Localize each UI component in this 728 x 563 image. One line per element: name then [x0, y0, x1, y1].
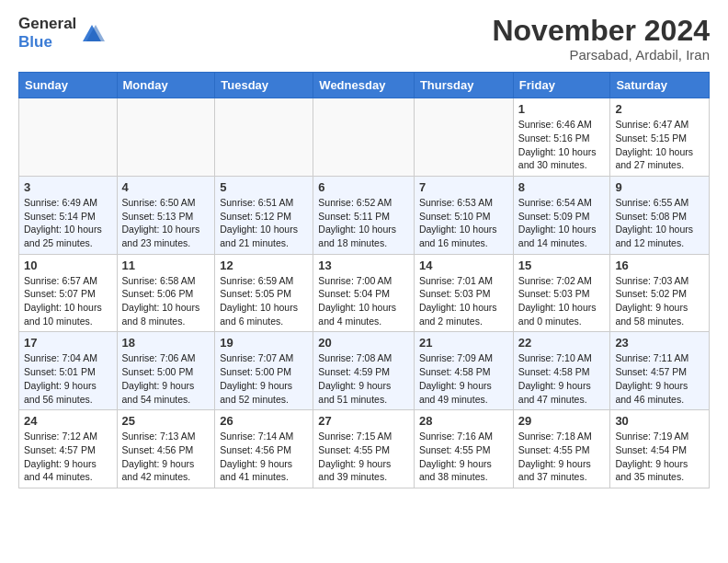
- day-info: Sunrise: 7:18 AM Sunset: 4:55 PM Dayligh…: [518, 430, 606, 484]
- day-info: Sunrise: 7:06 AM Sunset: 5:00 PM Dayligh…: [122, 351, 210, 406]
- day-info: Sunrise: 7:15 AM Sunset: 4:55 PM Dayligh…: [318, 430, 409, 484]
- weekday-header: Sunday: [19, 73, 118, 98]
- day-number: 18: [122, 336, 210, 350]
- calendar-day-cell: [215, 98, 313, 177]
- day-number: 21: [419, 336, 508, 350]
- calendar-day-cell: 7Sunrise: 6:53 AM Sunset: 5:10 PM Daylig…: [414, 176, 513, 254]
- calendar-day-cell: 20Sunrise: 7:08 AM Sunset: 4:59 PM Dayli…: [313, 332, 415, 410]
- calendar-table: SundayMondayTuesdayWednesdayThursdayFrid…: [18, 72, 710, 488]
- calendar-day-cell: 24Sunrise: 7:12 AM Sunset: 4:57 PM Dayli…: [19, 410, 118, 488]
- weekday-header: Tuesday: [215, 73, 313, 98]
- calendar-day-cell: 30Sunrise: 7:19 AM Sunset: 4:54 PM Dayli…: [610, 410, 710, 488]
- day-number: 9: [615, 180, 704, 194]
- day-info: Sunrise: 7:16 AM Sunset: 4:55 PM Dayligh…: [419, 430, 508, 484]
- calendar-day-cell: 11Sunrise: 6:58 AM Sunset: 5:06 PM Dayli…: [117, 254, 215, 332]
- day-number: 17: [24, 336, 112, 350]
- day-number: 12: [220, 259, 308, 272]
- day-number: 4: [122, 180, 210, 194]
- weekday-header: Saturday: [610, 73, 710, 98]
- logo-general: General: [18, 15, 76, 33]
- weekday-header: Monday: [117, 73, 215, 98]
- calendar-day-cell: [117, 98, 215, 177]
- day-number: 30: [615, 414, 704, 428]
- day-info: Sunrise: 6:53 AM Sunset: 5:10 PM Dayligh…: [419, 196, 508, 250]
- day-info: Sunrise: 7:11 AM Sunset: 4:57 PM Dayligh…: [615, 351, 704, 406]
- day-number: 5: [220, 180, 308, 194]
- calendar-day-cell: 8Sunrise: 6:54 AM Sunset: 5:09 PM Daylig…: [513, 176, 610, 254]
- calendar-day-cell: 17Sunrise: 7:04 AM Sunset: 5:01 PM Dayli…: [19, 332, 118, 410]
- day-info: Sunrise: 7:19 AM Sunset: 4:54 PM Dayligh…: [615, 430, 704, 484]
- logo: General Blue: [18, 15, 105, 51]
- calendar-day-cell: 2Sunrise: 6:47 AM Sunset: 5:15 PM Daylig…: [610, 98, 710, 177]
- day-info: Sunrise: 6:47 AM Sunset: 5:15 PM Dayligh…: [615, 118, 704, 172]
- day-info: Sunrise: 6:57 AM Sunset: 5:07 PM Dayligh…: [24, 274, 112, 328]
- day-info: Sunrise: 6:58 AM Sunset: 5:06 PM Dayligh…: [122, 274, 210, 328]
- day-number: 8: [518, 180, 606, 194]
- day-info: Sunrise: 6:54 AM Sunset: 5:09 PM Dayligh…: [518, 196, 606, 250]
- day-info: Sunrise: 7:07 AM Sunset: 5:00 PM Dayligh…: [220, 351, 308, 406]
- day-info: Sunrise: 7:14 AM Sunset: 4:56 PM Dayligh…: [220, 430, 308, 484]
- day-number: 2: [615, 102, 704, 116]
- calendar-day-cell: 12Sunrise: 6:59 AM Sunset: 5:05 PM Dayli…: [215, 254, 313, 332]
- day-info: Sunrise: 6:55 AM Sunset: 5:08 PM Dayligh…: [615, 196, 704, 250]
- calendar-day-cell: 16Sunrise: 7:03 AM Sunset: 5:02 PM Dayli…: [610, 254, 710, 332]
- calendar-day-cell: 28Sunrise: 7:16 AM Sunset: 4:55 PM Dayli…: [414, 410, 513, 488]
- day-info: Sunrise: 7:08 AM Sunset: 4:59 PM Dayligh…: [318, 351, 409, 406]
- calendar-week-row: 24Sunrise: 7:12 AM Sunset: 4:57 PM Dayli…: [19, 410, 710, 488]
- day-info: Sunrise: 7:10 AM Sunset: 4:58 PM Dayligh…: [518, 351, 606, 406]
- calendar-day-cell: 14Sunrise: 7:01 AM Sunset: 5:03 PM Dayli…: [414, 254, 513, 332]
- day-number: 14: [419, 259, 508, 272]
- calendar-day-cell: [313, 98, 415, 177]
- day-info: Sunrise: 7:02 AM Sunset: 5:03 PM Dayligh…: [518, 274, 606, 328]
- weekday-header: Wednesday: [313, 73, 415, 98]
- page: General Blue November 2024 Parsabad, Ard…: [0, 0, 728, 503]
- weekday-header: Friday: [513, 73, 610, 98]
- calendar-day-cell: [414, 98, 513, 177]
- month-title: November 2024: [492, 15, 710, 47]
- calendar-day-cell: 6Sunrise: 6:52 AM Sunset: 5:11 PM Daylig…: [313, 176, 415, 254]
- calendar-day-cell: 4Sunrise: 6:50 AM Sunset: 5:13 PM Daylig…: [117, 176, 215, 254]
- calendar-day-cell: 13Sunrise: 7:00 AM Sunset: 5:04 PM Dayli…: [313, 254, 415, 332]
- calendar-day-cell: 15Sunrise: 7:02 AM Sunset: 5:03 PM Dayli…: [513, 254, 610, 332]
- day-number: 13: [318, 259, 409, 272]
- calendar-day-cell: 22Sunrise: 7:10 AM Sunset: 4:58 PM Dayli…: [513, 332, 610, 410]
- calendar-day-cell: 18Sunrise: 7:06 AM Sunset: 5:00 PM Dayli…: [117, 332, 215, 410]
- day-info: Sunrise: 6:51 AM Sunset: 5:12 PM Dayligh…: [220, 196, 308, 250]
- day-info: Sunrise: 7:03 AM Sunset: 5:02 PM Dayligh…: [615, 274, 704, 328]
- day-number: 11: [122, 259, 210, 272]
- calendar-day-cell: 27Sunrise: 7:15 AM Sunset: 4:55 PM Dayli…: [313, 410, 415, 488]
- logo-blue: Blue: [18, 33, 76, 52]
- header: General Blue November 2024 Parsabad, Ard…: [18, 15, 710, 63]
- day-number: 1: [518, 102, 606, 116]
- weekday-header: Thursday: [414, 73, 513, 98]
- day-number: 15: [518, 259, 606, 272]
- day-info: Sunrise: 6:59 AM Sunset: 5:05 PM Dayligh…: [220, 274, 308, 328]
- day-number: 28: [419, 414, 508, 428]
- calendar-week-row: 17Sunrise: 7:04 AM Sunset: 5:01 PM Dayli…: [19, 332, 710, 410]
- calendar-header-row: SundayMondayTuesdayWednesdayThursdayFrid…: [19, 73, 710, 98]
- calendar-day-cell: 10Sunrise: 6:57 AM Sunset: 5:07 PM Dayli…: [19, 254, 118, 332]
- day-number: 27: [318, 414, 409, 428]
- logo-text: General Blue: [18, 15, 76, 51]
- calendar-day-cell: 25Sunrise: 7:13 AM Sunset: 4:56 PM Dayli…: [117, 410, 215, 488]
- day-info: Sunrise: 7:01 AM Sunset: 5:03 PM Dayligh…: [419, 274, 508, 328]
- logo-icon: [79, 21, 105, 47]
- calendar-day-cell: 5Sunrise: 6:51 AM Sunset: 5:12 PM Daylig…: [215, 176, 313, 254]
- day-number: 29: [518, 414, 606, 428]
- day-info: Sunrise: 6:49 AM Sunset: 5:14 PM Dayligh…: [24, 196, 112, 250]
- location: Parsabad, Ardabil, Iran: [492, 47, 710, 63]
- day-info: Sunrise: 7:00 AM Sunset: 5:04 PM Dayligh…: [318, 274, 409, 328]
- calendar-day-cell: 1Sunrise: 6:46 AM Sunset: 5:16 PM Daylig…: [513, 98, 610, 177]
- day-number: 19: [220, 336, 308, 350]
- calendar-week-row: 3Sunrise: 6:49 AM Sunset: 5:14 PM Daylig…: [19, 176, 710, 254]
- day-number: 25: [122, 414, 210, 428]
- day-info: Sunrise: 7:13 AM Sunset: 4:56 PM Dayligh…: [122, 430, 210, 484]
- title-section: November 2024 Parsabad, Ardabil, Iran: [492, 15, 710, 63]
- calendar-day-cell: 9Sunrise: 6:55 AM Sunset: 5:08 PM Daylig…: [610, 176, 710, 254]
- calendar-day-cell: 19Sunrise: 7:07 AM Sunset: 5:00 PM Dayli…: [215, 332, 313, 410]
- day-info: Sunrise: 7:09 AM Sunset: 4:58 PM Dayligh…: [419, 351, 508, 406]
- day-number: 3: [24, 180, 112, 194]
- calendar-day-cell: 21Sunrise: 7:09 AM Sunset: 4:58 PM Dayli…: [414, 332, 513, 410]
- day-info: Sunrise: 6:46 AM Sunset: 5:16 PM Dayligh…: [518, 118, 606, 172]
- day-number: 26: [220, 414, 308, 428]
